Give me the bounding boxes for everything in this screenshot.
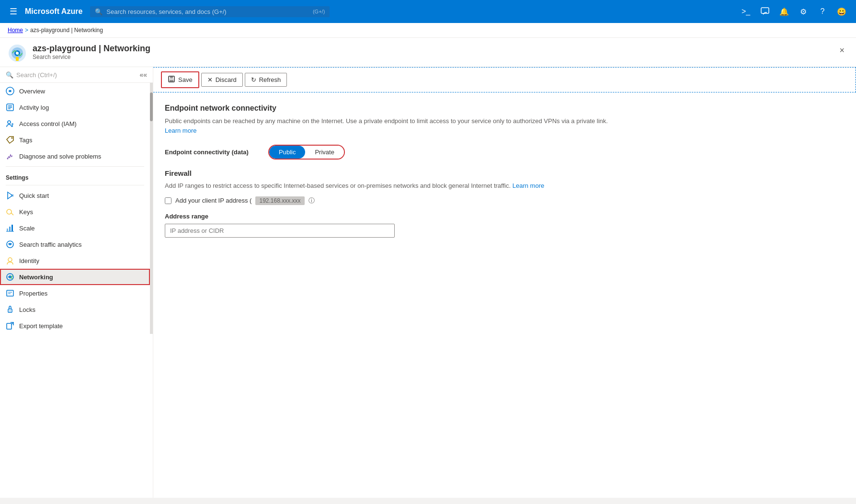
settings-section-label: Settings xyxy=(0,169,150,183)
sidebar-item-networking[interactable]: Networking xyxy=(0,269,150,285)
terminal-icon[interactable]: >_ xyxy=(737,3,754,20)
breadcrumb-current: azs-playground | Networking xyxy=(30,27,103,34)
search-traffic-label: Search traffic analytics xyxy=(19,241,82,248)
client-ip-checkbox[interactable] xyxy=(165,197,171,204)
top-bar: ☰ Microsoft Azure 🔍 (G+/) >_ 🔔 ⚙ ? 😀 xyxy=(0,0,856,23)
sidebar-item-overview[interactable]: Overview xyxy=(0,83,150,99)
sidebar-item-quickstart[interactable]: Quick start xyxy=(0,187,150,204)
svg-point-4 xyxy=(16,52,19,55)
sidebar-item-scale[interactable]: Scale xyxy=(0,220,150,236)
properties-label: Properties xyxy=(19,290,47,297)
public-button[interactable]: Public xyxy=(269,146,305,159)
refresh-button[interactable]: ↻ Refresh xyxy=(245,73,287,87)
identity-label: Identity xyxy=(19,257,39,264)
sidebar-search-input[interactable] xyxy=(16,71,137,79)
firewall-learn-more-link[interactable]: Learn more xyxy=(513,182,544,189)
svg-rect-29 xyxy=(7,290,13,296)
global-search[interactable]: 🔍 (G+/) xyxy=(90,6,330,17)
sidebar: 🔍 «« Overview Activity log xyxy=(0,67,153,498)
sidebar-scroll-area: Overview Activity log Access control (IA… xyxy=(0,83,153,334)
private-button[interactable]: Private xyxy=(305,146,343,159)
address-range-input[interactable] xyxy=(165,224,395,238)
save-button[interactable]: Save xyxy=(161,71,199,88)
page-header-text: azs-playground | Networking Search servi… xyxy=(33,44,150,60)
refresh-icon: ↻ xyxy=(251,76,256,83)
svg-rect-36 xyxy=(170,76,173,79)
settings-icon[interactable]: ⚙ xyxy=(795,3,812,20)
scale-label: Scale xyxy=(19,225,35,232)
overview-label: Overview xyxy=(19,88,45,95)
ip-address-badge: 192.168.xxx.xxx xyxy=(255,196,304,205)
locks-icon xyxy=(6,305,14,314)
client-ip-label: Add your client IP address ( xyxy=(175,197,251,204)
tags-icon xyxy=(6,136,14,144)
svg-point-7 xyxy=(9,90,11,92)
diagnose-icon xyxy=(6,152,14,160)
sidebar-item-activity-log[interactable]: Activity log xyxy=(0,99,150,115)
endpoint-connectivity-label: Endpoint connectivity (data) xyxy=(165,149,261,156)
locks-label: Locks xyxy=(19,306,35,313)
svg-rect-37 xyxy=(170,80,173,82)
tags-label: Tags xyxy=(19,137,32,144)
sidebar-item-diagnose[interactable]: Diagnose and solve problems xyxy=(0,148,150,164)
sidebar-item-search-traffic[interactable]: Search traffic analytics xyxy=(0,236,150,252)
notifications-icon[interactable]: 🔔 xyxy=(776,3,793,20)
save-icon xyxy=(168,75,175,84)
discard-icon: ✕ xyxy=(207,76,213,83)
search-traffic-icon xyxy=(6,240,14,249)
breadcrumb: Home > azs-playground | Networking xyxy=(0,23,856,38)
breadcrumb-home[interactable]: Home xyxy=(8,27,23,34)
learn-more-link[interactable]: Learn more xyxy=(165,127,196,134)
page-subtitle: Search service xyxy=(33,54,150,60)
svg-point-12 xyxy=(8,121,11,124)
sidebar-scrollbar[interactable] xyxy=(150,83,153,334)
settings-divider2 xyxy=(6,185,144,185)
firewall-title: Firewall xyxy=(165,169,621,177)
account-icon[interactable]: 😀 xyxy=(833,3,850,20)
sidebar-item-export[interactable]: Export template xyxy=(0,318,150,334)
search-icon: 🔍 xyxy=(95,8,103,15)
properties-icon xyxy=(6,289,14,298)
refresh-label: Refresh xyxy=(259,76,281,83)
sidebar-item-keys[interactable]: Keys xyxy=(0,204,150,220)
overview-icon xyxy=(6,87,14,95)
save-label: Save xyxy=(178,76,193,83)
breadcrumb-sep: > xyxy=(25,27,28,34)
resource-icon xyxy=(8,44,27,63)
brand-name: Microsoft Azure xyxy=(25,7,82,16)
discard-button[interactable]: ✕ Discard xyxy=(201,73,243,87)
search-input[interactable] xyxy=(106,8,309,15)
feedback-icon[interactable] xyxy=(756,3,774,20)
sidebar-content: Overview Activity log Access control (IA… xyxy=(0,83,150,334)
svg-point-14 xyxy=(11,137,13,139)
hamburger-menu[interactable]: ☰ xyxy=(6,2,21,21)
svg-point-15 xyxy=(7,158,9,160)
content-area: Save ✕ Discard ↻ Refresh Endpoint networ… xyxy=(153,67,856,498)
sidebar-item-tags[interactable]: Tags xyxy=(0,132,150,148)
settings-divider xyxy=(6,166,144,167)
scale-icon xyxy=(6,224,14,232)
svg-point-25 xyxy=(9,243,11,245)
sidebar-item-access-control[interactable]: Access control (IAM) xyxy=(0,115,150,132)
help-icon[interactable]: ? xyxy=(814,3,831,20)
page-header: azs-playground | Networking Search servi… xyxy=(0,38,856,67)
sidebar-search-icon: 🔍 xyxy=(6,71,13,79)
sidebar-item-properties[interactable]: Properties xyxy=(0,285,150,301)
sidebar-item-identity[interactable]: Identity xyxy=(0,252,150,269)
svg-rect-21 xyxy=(9,227,11,231)
access-control-icon xyxy=(6,119,14,128)
endpoint-title: Endpoint network connectivity xyxy=(165,104,621,113)
info-icon: ⓘ xyxy=(308,196,315,205)
svg-rect-20 xyxy=(7,229,8,231)
sidebar-search-container[interactable]: 🔍 «« xyxy=(0,67,153,83)
svg-point-26 xyxy=(8,258,12,262)
toolbar: Save ✕ Discard ↻ Refresh xyxy=(153,67,856,92)
sidebar-collapse-icon[interactable]: «« xyxy=(139,71,147,79)
sidebar-item-locks[interactable]: Locks xyxy=(0,301,150,318)
identity-icon xyxy=(6,256,14,265)
page-title: azs-playground | Networking xyxy=(33,44,150,54)
keys-icon xyxy=(6,207,14,216)
close-button[interactable]: × xyxy=(835,44,848,57)
svg-rect-5 xyxy=(16,57,19,61)
firewall-description: Add IP ranges to restrict access to spec… xyxy=(165,181,621,191)
